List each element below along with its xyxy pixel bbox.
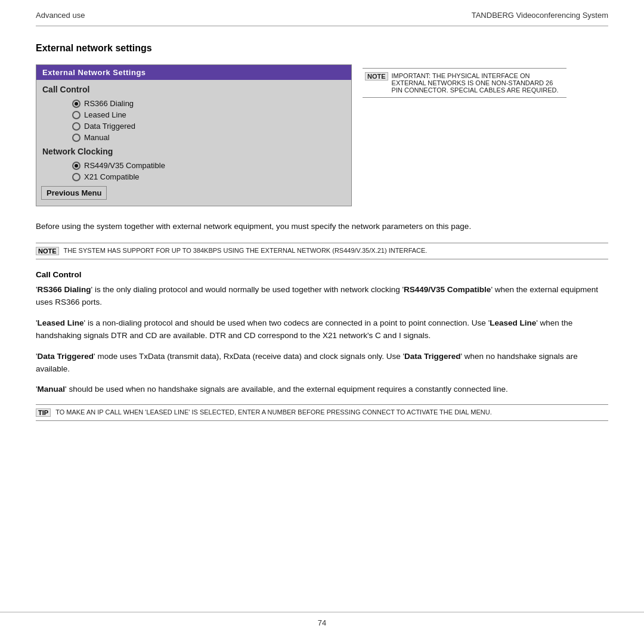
radio-unselected-icon	[72, 111, 80, 119]
previous-menu-btn[interactable]: Previous Menu	[36, 184, 351, 203]
radio-item[interactable]: Data Triggered	[72, 120, 351, 132]
bold-text: RS449/V35 Compatible	[404, 285, 491, 294]
radio-label: Data Triggered	[84, 122, 135, 131]
note-strip-label: NOTE	[36, 247, 59, 255]
panel-left: Call Control RS366 DialingLeased LineDat…	[36, 80, 351, 206]
call-control-subheading: Call Control	[36, 270, 608, 279]
bold-text: Data Triggered	[38, 352, 94, 361]
page-container: Advanced use TANDBERG Videoconferencing …	[0, 0, 644, 644]
note-strip-text: THE SYSTEM HAS SUPPORT FOR UP TO 384KBPS…	[64, 247, 428, 254]
tip-strip-label: TIP	[36, 408, 51, 417]
network-clocking-radio-group: RS449/V35 CompatibleX21 Compatible	[36, 159, 351, 184]
bold-text: Data Triggered	[404, 352, 461, 361]
radio-selected-icon	[72, 100, 80, 108]
paragraph-p1: 'RS366 Dialing' is the only dialing prot…	[36, 284, 608, 309]
radio-selected-icon	[72, 162, 80, 170]
tip-strip-text: TO MAKE AN IP CALL WHEN 'LEASED LINE' IS…	[55, 408, 492, 416]
radio-item[interactable]: Leased Line	[72, 109, 351, 120]
radio-item[interactable]: RS449/V35 Compatible	[72, 160, 351, 171]
footer: 74	[0, 612, 644, 627]
radio-item[interactable]: RS366 Dialing	[72, 98, 351, 109]
radio-label: Manual	[84, 133, 110, 142]
radio-unselected-icon	[72, 134, 80, 142]
network-clocking-label: Network Clocking	[36, 144, 351, 159]
call-control-radio-group: RS366 DialingLeased LineData TriggeredMa…	[36, 97, 351, 144]
note-strip: NOTE THE SYSTEM HAS SUPPORT FOR UP TO 38…	[36, 243, 608, 259]
bold-text: Leased Line	[38, 318, 84, 327]
paragraphs-container: 'RS366 Dialing' is the only dialing prot…	[36, 284, 608, 396]
panel-note-label: NOTE	[365, 72, 388, 80]
radio-label: RS366 Dialing	[84, 99, 134, 108]
radio-unselected-icon	[72, 122, 80, 131]
radio-label: X21 Compatible	[84, 172, 140, 181]
call-control-label: Call Control	[36, 82, 351, 97]
bold-text: Manual	[38, 385, 66, 394]
panel-body: Call Control RS366 DialingLeased LineDat…	[36, 80, 351, 206]
paragraph-p2: 'Leased Line' is a non-dialing protocol …	[36, 317, 608, 342]
section-heading: External network settings	[36, 43, 608, 54]
radio-label: Leased Line	[84, 110, 126, 119]
header: Advanced use TANDBERG Videoconferencing …	[36, 0, 608, 26]
header-center: TANDBERG Videoconferencing System	[472, 11, 608, 20]
tip-strip: TIP TO MAKE AN IP CALL WHEN 'LEASED LINE…	[36, 404, 608, 421]
bold-text: RS366 Dialing	[38, 285, 91, 294]
ui-panel: External Network Settings Call Control R…	[36, 64, 352, 206]
radio-item[interactable]: X21 Compatible	[72, 171, 351, 182]
panel-note-text: IMPORTANT: THE PHYSICAL INTERFACE ON EXT…	[392, 72, 564, 94]
page-number: 74	[318, 618, 326, 627]
bold-text: Leased Line	[490, 318, 536, 327]
panel-wrapper: External Network Settings Call Control R…	[36, 64, 608, 221]
body-text: Before using the system together with ex…	[36, 221, 608, 233]
panel-note-area: NOTE IMPORTANT: THE PHYSICAL INTERFACE O…	[352, 64, 566, 101]
paragraph-p3: 'Data Triggered' mode uses TxData (trans…	[36, 351, 608, 376]
header-left: Advanced use	[36, 11, 85, 20]
radio-unselected-icon	[72, 173, 80, 181]
panel-note-box: NOTE IMPORTANT: THE PHYSICAL INTERFACE O…	[363, 68, 566, 98]
panel-title: External Network Settings	[36, 65, 351, 80]
paragraph-p4: 'Manual' should be used when no handshak…	[36, 383, 608, 396]
radio-label: RS449/V35 Compatible	[84, 161, 165, 170]
radio-item[interactable]: Manual	[72, 132, 351, 143]
